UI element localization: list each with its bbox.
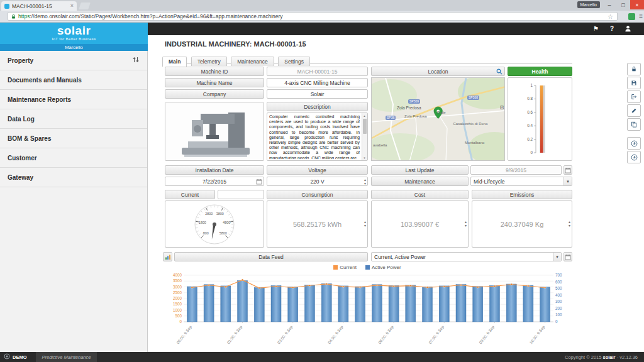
scroll-up-icon[interactable]: ▴ xyxy=(362,113,367,118)
map-label: Zola Predosa xyxy=(404,114,427,118)
sidebar-item-label: Property xyxy=(8,57,33,64)
browser-profile-chip[interactable]: Marcello xyxy=(577,1,600,8)
data-feed-chart: 0500100015002000250030003500400001002003… xyxy=(162,272,572,348)
sidebar-item-documents[interactable]: Documents and Manuals xyxy=(0,70,147,90)
download-secondary-button[interactable] xyxy=(627,151,641,163)
svg-text:04:30, 9.Sep: 04:30, 9.Sep xyxy=(327,324,344,344)
export-chart-button[interactable] xyxy=(163,252,172,261)
sidebar-item-bom-spares[interactable]: BOM & Spares xyxy=(0,129,147,148)
calendar-icon[interactable] xyxy=(564,165,572,175)
calendar-icon[interactable] xyxy=(256,178,262,186)
legend-item-current[interactable]: Current xyxy=(333,265,357,270)
data-feed-select[interactable]: Current, Active Power ▾ xyxy=(371,252,562,261)
close-tab-icon[interactable]: × xyxy=(70,3,74,9)
legend-label: Current xyxy=(340,265,357,270)
sidebar-item-maintenance-reports[interactable]: Maintenance Reports xyxy=(0,90,147,109)
save-icon xyxy=(631,80,637,86)
minimize-icon[interactable]: – xyxy=(602,0,616,9)
sidebar-item-label: Maintenance Reports xyxy=(8,96,71,103)
emissions-label: Emissions xyxy=(472,190,572,199)
installation-date-label: Installation Date xyxy=(165,165,264,175)
logo-tagline: IoT for Better Business xyxy=(0,37,148,41)
solair-logo: solair IoT for Better Business xyxy=(0,23,148,44)
svg-text:2800: 2800 xyxy=(205,212,213,216)
health-gauge: 10.80.60.40.20 xyxy=(508,77,572,161)
svg-text:500: 500 xyxy=(555,286,562,290)
search-icon[interactable] xyxy=(496,69,502,76)
voltage-input[interactable]: 220 V ▴▾ xyxy=(267,177,368,186)
sidebar-item-property[interactable]: Property xyxy=(0,51,147,70)
machine-id-label: Machine ID xyxy=(165,67,264,76)
spinner-icon[interactable]: ▴▾ xyxy=(364,178,366,185)
user-icon[interactable] xyxy=(625,25,631,34)
map-canvas[interactable]: Zola Predosa Zola Predosa Riale Casalecc… xyxy=(371,77,505,161)
status-bar: DEMO Predictive Maintenance Copyright © … xyxy=(0,352,644,362)
map-label: avabella xyxy=(373,143,387,147)
svg-text:3800: 3800 xyxy=(216,212,224,216)
description-text: Computer numeric controlled machining ce… xyxy=(269,114,360,159)
copyright: Copyright © 2015 solair - v2.12.36 xyxy=(565,354,638,360)
edit-button[interactable] xyxy=(627,104,641,117)
current-input[interactable] xyxy=(218,190,264,199)
chevron-down-icon[interactable]: ▾ xyxy=(553,253,561,261)
browser-tab[interactable]: MACH-00001-15 × xyxy=(1,1,77,11)
scroll-thumb[interactable] xyxy=(363,119,367,134)
svg-text:1000: 1000 xyxy=(173,308,182,312)
lock-button[interactable] xyxy=(627,63,641,75)
location-label: Location xyxy=(371,67,505,76)
legend-item-active-power[interactable]: Active Power xyxy=(365,265,401,270)
tab-maintenance[interactable]: Maintenance xyxy=(231,57,274,66)
calendar-icon[interactable] xyxy=(564,252,572,261)
description-textarea[interactable]: Computer numeric controlled machining ce… xyxy=(267,112,368,161)
consumption-field: 568.25175 kWh ▴▾ xyxy=(267,200,368,248)
url-scheme: https xyxy=(18,13,30,19)
sign-out-icon xyxy=(631,94,637,100)
flag-icon[interactable]: ⚑ xyxy=(593,25,599,33)
maximize-icon[interactable]: □ xyxy=(616,0,630,9)
lock-icon xyxy=(631,66,637,72)
copy-button[interactable] xyxy=(627,118,641,131)
download-button[interactable] xyxy=(627,137,641,150)
installation-date-value: 7/22/2015 xyxy=(203,178,226,185)
map-label: B xyxy=(500,104,504,111)
tab-telemetry[interactable]: Telemetry xyxy=(191,57,227,66)
description-scrollbar[interactable]: ▴ ▾ xyxy=(362,113,367,160)
chevron-down-icon[interactable]: ▾ xyxy=(564,177,572,185)
browser-toolbar: https://demo.onsolair.com/Static/Pages/W… xyxy=(0,11,644,23)
maintenance-select[interactable]: Mid-Lifecycle ▾ xyxy=(470,177,572,186)
location-label-text: Location xyxy=(428,69,448,75)
app-tab-predictive-maintenance[interactable]: Predictive Maintenance xyxy=(36,352,97,362)
installation-date-input[interactable]: 7/22/2015 xyxy=(165,177,264,186)
voltage-value: 220 V xyxy=(310,178,324,185)
svg-text:01:30, 9.Sep: 01:30, 9.Sep xyxy=(226,324,243,344)
scroll-down-icon[interactable]: ▾ xyxy=(362,155,367,160)
map-label: Zola Predosa xyxy=(397,106,421,110)
road-badge: SP36 xyxy=(386,116,396,120)
tab-settings[interactable]: Settings xyxy=(278,57,310,66)
sign-out-button[interactable] xyxy=(627,90,641,103)
tab-main[interactable]: Main xyxy=(162,57,187,67)
voltage-label: Voltage xyxy=(267,165,368,175)
download-icon xyxy=(631,154,638,161)
sidebar-item-customer[interactable]: Customer xyxy=(0,148,147,168)
svg-text:600: 600 xyxy=(555,280,562,284)
transfer-icon[interactable] xyxy=(132,57,140,64)
svg-text:100: 100 xyxy=(555,312,562,317)
map-label: Casalecchio di Reno xyxy=(451,122,490,126)
company-input[interactable]: Solair xyxy=(267,89,368,99)
url-bar[interactable]: https://demo.onsolair.com/Static/Pages/W… xyxy=(8,12,618,21)
save-button[interactable] xyxy=(627,77,641,89)
extension-icon[interactable] xyxy=(628,13,635,20)
logged-user: Marcello xyxy=(0,44,148,51)
sidebar-item-data-log[interactable]: Data Log xyxy=(0,109,147,129)
cost-field: 103.99007 € ▴▾ xyxy=(371,200,469,248)
close-icon[interactable]: × xyxy=(630,0,644,9)
new-tab-button[interactable] xyxy=(79,3,91,9)
help-icon[interactable]: ? xyxy=(610,25,614,33)
browser-menu-icon[interactable]: ≡ xyxy=(639,13,643,19)
sidebar-item-gateway[interactable]: Gateway xyxy=(0,168,147,187)
machine-name-input[interactable]: 4-axis CNC Milling Machine xyxy=(267,78,368,87)
svg-text:1800: 1800 xyxy=(199,221,206,224)
bookmark-star-icon[interactable]: ☆ xyxy=(606,13,614,20)
sidebar-item-label: Gateway xyxy=(8,174,33,181)
